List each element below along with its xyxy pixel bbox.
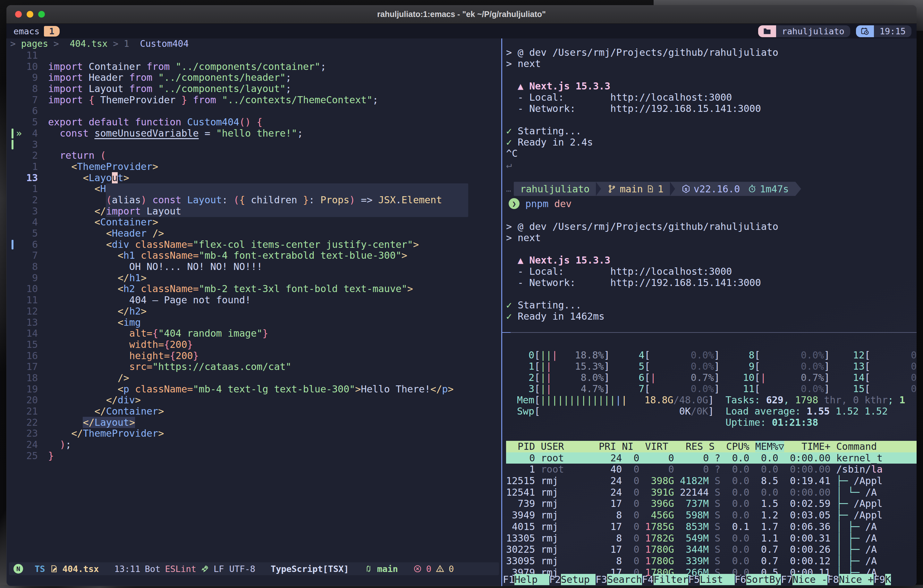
fkey-number[interactable]: F3 [596,574,607,585]
line-number: 12 [7,306,38,317]
modeline-major-mode[interactable]: TypeScript[TSX] [271,564,349,574]
code-line[interactable]: 5 <Header /> [7,228,501,239]
modeline-warning-count[interactable]: 0 [449,564,454,574]
code-line[interactable]: 13 <img [7,317,501,328]
terminal-line [506,69,916,80]
code-line[interactable]: 2 (alias) const Layout: ({ children }: P… [7,195,501,206]
code-line[interactable]: 16 height={200} [7,350,501,361]
env-badge-icon: N [13,564,23,573]
line-number: 19 [7,384,38,395]
process-row[interactable]: 33095 rmj 8 0 1780G 339M S 0.0 0.7 0:00.… [506,555,916,567]
code-line[interactable]: 7 <h1 className="mb-4 font-extrabold tex… [7,250,501,261]
fkey-number[interactable]: F6 [735,574,746,585]
modeline-encoding: LF UTF-8 [214,564,255,574]
code-line[interactable]: 10import Container from "../components/c… [7,61,501,72]
fkey-action[interactable]: Help [514,574,549,585]
code-line[interactable]: 12 </h2> [7,306,501,317]
fkey-number[interactable]: F4 [642,574,654,585]
code-line[interactable]: 9import Header from "../components/heade… [7,72,501,83]
fkey-action[interactable]: Search [607,574,642,585]
fkey-action[interactable]: Nice + [839,574,874,585]
code-line[interactable]: 17 src="https://cataas.com/cat" [7,361,501,373]
line-number: 15 [7,339,38,350]
code-line[interactable]: 21 </Container> [7,406,501,417]
code-line[interactable]: 10 <h2 className="mb-2 text-3xl font-bol… [7,283,501,295]
tmux-session-name[interactable]: emacs [13,26,39,36]
fkey-number[interactable]: F8 [828,574,839,585]
process-row[interactable]: 1 root 40 0 0 0 ? 0.0 0.0 0:00.00 /sbin/… [506,463,916,475]
line-number: 7 [7,250,38,261]
code-line[interactable]: 1 <ThemeProvider> [7,161,501,172]
fkey-action[interactable]: Setup [561,574,596,585]
window-title: rahuljuliato:1:emacs - "ek ~/P/g/rahulju… [7,10,916,19]
line-number: 20 [7,395,38,406]
process-row[interactable]: 13305 rmj 8 0 1782G 549M S 0.0 1.1 0:00.… [506,532,916,544]
fkey-action[interactable]: K [885,574,891,585]
process-row[interactable]: 12515 rmj 24 0 398G 4182M S 0.0 8.5 0:19… [506,475,916,487]
code-editor[interactable]: 1110import Container from "../components… [7,50,501,462]
emacs-pane[interactable]: > pages > 404.tsx > 1 Custom404 1110impo… [7,38,501,586]
modeline-git-branch[interactable]: main [377,564,398,574]
fkey-number[interactable]: F5 [688,574,700,585]
code-line[interactable]: 5export default function Custom404() { [7,117,501,128]
code-line[interactable]: 11 404 – Page not found! [7,295,501,306]
terminal-line: ^C [506,148,916,159]
code-line[interactable]: 20 </div> [7,395,501,406]
process-row[interactable]: 3949 rmj 8 0 456G 598M S 0.0 1.2 0:03.05… [506,509,916,521]
modeline-error-count[interactable]: 0 [426,564,431,574]
code-line[interactable]: 6 [7,105,501,117]
typescript-badge: TS [34,564,45,574]
dev-server-terminal[interactable]: > @ dev /Users/rmj/Projects/github/rahul… [506,47,916,322]
window-titlebar[interactable]: rahuljuliato:1:emacs - "ek ~/P/g/rahulju… [7,5,916,24]
code-line[interactable]: 25} [7,450,501,462]
htop-function-keys[interactable]: F1Help F2Setup F3SearchF4FilterF5List F6… [503,574,891,585]
code-line[interactable]: 7import { ThemeProvider } from "../conte… [7,95,501,106]
fkey-action[interactable]: List [700,574,734,585]
fkey-number[interactable]: F9 [874,574,885,585]
prompt-duration: 1m47s [746,182,795,196]
code-line[interactable]: 8 OH NO!... NO! NO! NO!!! [7,261,501,273]
line-number: 10 [7,283,38,295]
line-number: 25 [7,450,38,462]
terminal-line: ↵ [506,159,916,170]
fkey-action[interactable]: Filter [654,574,688,585]
code-line[interactable]: »4 const someUnusedVariable = "hello the… [7,128,501,139]
tmux-window-index[interactable]: 1 [44,26,59,36]
process-row[interactable]: 12541 rmj 24 0 391G 22144 S 0.0 0.0 0:00… [506,487,916,498]
code-line[interactable]: 18 /> [7,373,501,384]
code-line[interactable]: 24 ); [7,439,501,450]
code-line[interactable]: 22 </Layout> [7,417,501,428]
fkey-number[interactable]: F7 [781,574,792,585]
htop-process-table[interactable]: PID USER PRI NI VIRT RES S CPU% MEM%▽ TI… [506,441,916,578]
fkey-number[interactable]: F2 [549,574,561,585]
breadcrumb[interactable]: > pages > 404.tsx > 1 Custom404 [10,38,189,49]
line-number: 6 [7,239,38,250]
process-row[interactable]: 739 rmj 17 0 396G 737M S 0.0 1.5 0:02.59… [506,498,916,509]
process-row[interactable]: 30225 rmj 17 0 1780G 344M S 0.0 0.7 0:00… [506,544,916,555]
code-line[interactable]: 15 width={200} [7,339,501,350]
fkey-action[interactable]: SortBy [746,574,781,585]
fkey-action[interactable]: Nice - [792,574,827,585]
modeline-filename[interactable]: 404.tsx [62,564,99,574]
code-line[interactable]: 6 <div className="flex-col items-center … [7,239,501,250]
fkey-number[interactable]: F1 [503,574,514,585]
code-line[interactable]: 4 <Container> [7,217,501,228]
code-line[interactable]: 13 <Layout> [7,172,501,184]
tmux-pane-divider-horizontal[interactable] [502,332,916,333]
code-line[interactable]: 9 </h1> [7,273,501,284]
code-line[interactable]: 3 [7,139,501,150]
code-line[interactable]: 14 alt={"404 random image"} [7,328,501,339]
code-line[interactable]: 8import Layout from "../components/layou… [7,83,501,95]
memory-meter: Mem[||||||||||||||| 18.8G/48.0G] Tasks: … [517,394,916,406]
modeline-linter[interactable]: ESLint [165,564,196,574]
process-row[interactable]: 4015 rmj 17 0 1785G 853M S 0.1 1.7 0:06.… [506,521,916,532]
typed-command[interactable]: ❯pnpmdev [506,197,916,210]
code-line[interactable]: 19 <p className="mb-4 text-lg text-blue-… [7,384,501,395]
code-line[interactable]: 2 return ( [7,150,501,161]
line-number: 4 [7,217,38,228]
code-line[interactable]: 11 [7,50,501,61]
process-row[interactable]: 0 root 24 0 0 0 ? 0.0 0.0 0:00.00 kernel… [506,452,916,464]
process-table-header[interactable]: PID USER PRI NI VIRT RES S CPU% MEM%▽ TI… [506,441,916,452]
code-line[interactable]: 23 </ThemeProvider> [7,428,501,439]
terminal-line: ▲ Next.js 15.3.3 [506,255,916,266]
